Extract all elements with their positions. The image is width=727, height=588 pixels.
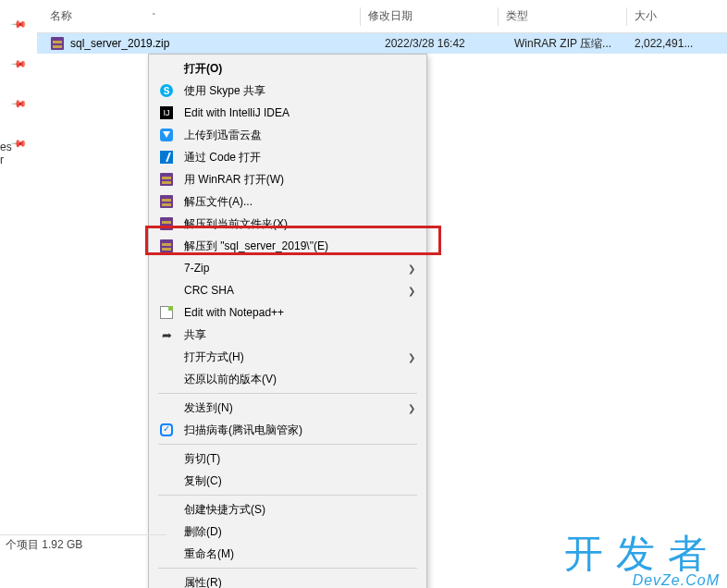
column-modified[interactable]: 修改日期 xyxy=(368,8,498,24)
menu-intellij-edit[interactable]: IJ Edit with IntelliJ IDEA xyxy=(151,102,425,124)
watermark: 开发者 DevZe.CoM xyxy=(564,534,720,588)
menu-extract-here[interactable]: 解压到当前文件夹(X) xyxy=(151,213,425,235)
skype-icon: S xyxy=(158,82,175,99)
menu-create-shortcut[interactable]: 创建快捷方式(S) xyxy=(151,498,425,521)
menu-winrar-open[interactable]: 用 WinRAR 打开(W) xyxy=(151,168,425,190)
menu-delete[interactable]: 删除(D) xyxy=(151,521,425,543)
menu-open-with[interactable]: 打开方式(H) ❯ xyxy=(151,346,425,368)
pin-icon: 📌 xyxy=(9,16,27,33)
pin-icon: 📌 xyxy=(9,135,27,153)
quick-access-pins: 📌 📌 📌 📌 xyxy=(0,18,37,150)
menu-properties[interactable]: 属性(R) xyxy=(151,571,425,588)
winrar-icon xyxy=(158,215,175,232)
watermark-english: DevZe.CoM xyxy=(564,573,720,588)
winrar-archive-icon xyxy=(50,36,65,51)
context-menu: 打开(O) S 使用 Skype 共享 IJ Edit with Intelli… xyxy=(148,54,427,588)
column-header-row: 名称 ˄ 修改日期 类型 大小 xyxy=(37,0,727,33)
watermark-chinese: 开发者 xyxy=(564,534,720,573)
menu-notepad-edit[interactable]: Edit with Notepad++ xyxy=(151,301,425,324)
sort-indicator-icon: ˄ xyxy=(152,12,156,21)
pin-icon: 📌 xyxy=(9,55,27,73)
vscode-icon xyxy=(158,149,175,165)
file-row-selected[interactable]: sql_server_2019.zip 2022/3/28 16:42 WinR… xyxy=(37,33,727,54)
status-text: 个项目 1.92 GB xyxy=(6,537,82,553)
menu-extract-files[interactable]: 解压文件(A)... xyxy=(151,190,425,213)
intellij-icon: IJ xyxy=(158,104,175,121)
menu-7zip[interactable]: 7-Zip ❯ xyxy=(151,257,425,279)
chevron-right-icon: ❯ xyxy=(408,403,415,413)
menu-scan-virus[interactable]: 扫描病毒(腾讯电脑管家) xyxy=(151,419,425,441)
file-type: WinRAR ZIP 压缩... xyxy=(514,36,635,52)
winrar-icon xyxy=(158,171,175,188)
tencent-shield-icon xyxy=(158,422,175,438)
menu-separator xyxy=(158,393,417,394)
pin-icon: 📌 xyxy=(9,95,27,113)
menu-separator xyxy=(158,495,417,496)
menu-xunlei-upload[interactable]: 上传到迅雷云盘 xyxy=(151,124,425,146)
menu-rename[interactable]: 重命名(M) xyxy=(151,543,425,565)
share-icon: ➦ xyxy=(158,326,175,343)
xunlei-icon xyxy=(158,127,175,143)
column-size[interactable]: 大小 xyxy=(635,8,727,24)
notepadpp-icon xyxy=(158,304,175,321)
chevron-right-icon: ❯ xyxy=(408,263,415,274)
menu-copy[interactable]: 复制(C) xyxy=(151,470,425,492)
chevron-right-icon: ❯ xyxy=(408,286,415,296)
sidebar-text-fragment: es r xyxy=(0,141,12,166)
file-size: 2,022,491... xyxy=(635,37,727,50)
menu-separator xyxy=(158,568,417,569)
column-name-label: 名称 xyxy=(50,8,72,24)
winrar-icon xyxy=(158,238,175,254)
menu-skype-share[interactable]: S 使用 Skype 共享 xyxy=(151,80,425,102)
menu-open-with-code[interactable]: 通过 Code 打开 xyxy=(151,146,425,168)
menu-cut[interactable]: 剪切(T) xyxy=(151,447,425,470)
menu-share[interactable]: ➦ 共享 xyxy=(151,324,425,346)
status-bar: 个项目 1.92 GB xyxy=(0,534,166,555)
chevron-right-icon: ❯ xyxy=(408,352,415,362)
menu-crc-sha[interactable]: CRC SHA ❯ xyxy=(151,279,425,301)
menu-separator xyxy=(158,444,417,445)
file-modified: 2022/3/28 16:42 xyxy=(385,37,514,50)
menu-restore-versions[interactable]: 还原以前的版本(V) xyxy=(151,368,425,390)
winrar-icon xyxy=(158,193,175,210)
menu-send-to[interactable]: 发送到(N) ❯ xyxy=(151,397,425,419)
file-name: sql_server_2019.zip xyxy=(70,37,385,50)
column-type[interactable]: 类型 xyxy=(506,8,626,24)
menu-extract-to-folder[interactable]: 解压到 "sql_server_2019\"(E) xyxy=(151,235,425,257)
menu-open[interactable]: 打开(O) xyxy=(151,57,425,80)
column-name[interactable]: 名称 ˄ xyxy=(50,8,360,24)
